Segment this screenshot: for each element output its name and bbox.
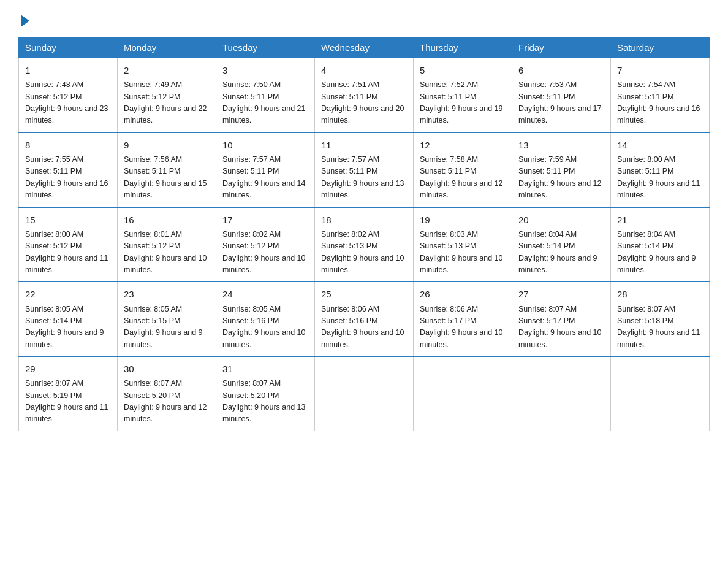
cell-info: Sunrise: 7:51 AMSunset: 5:11 PMDaylight:…: [321, 80, 404, 124]
calendar-cell: 27Sunrise: 8:07 AMSunset: 5:17 PMDayligh…: [512, 282, 611, 356]
day-number: 3: [222, 63, 308, 77]
cell-info: Sunrise: 8:07 AMSunset: 5:19 PMDaylight:…: [25, 379, 108, 423]
cell-info: Sunrise: 7:58 AMSunset: 5:11 PMDaylight:…: [420, 155, 503, 199]
calendar-cell: 12Sunrise: 7:58 AMSunset: 5:11 PMDayligh…: [414, 132, 512, 207]
calendar-cell: 30Sunrise: 8:07 AMSunset: 5:20 PMDayligh…: [118, 356, 216, 431]
calendar-cell: 14Sunrise: 8:00 AMSunset: 5:11 PMDayligh…: [611, 132, 710, 207]
calendar-table: SundayMondayTuesdayWednesdayThursdayFrid…: [18, 37, 710, 431]
header-saturday: Saturday: [611, 37, 710, 58]
calendar-cell: 21Sunrise: 8:04 AMSunset: 5:14 PMDayligh…: [611, 207, 710, 282]
day-number: 4: [321, 63, 407, 77]
calendar-cell: 16Sunrise: 8:01 AMSunset: 5:12 PMDayligh…: [118, 207, 216, 282]
cell-info: Sunrise: 8:07 AMSunset: 5:18 PMDaylight:…: [617, 305, 700, 349]
day-number: 16: [124, 213, 210, 227]
cell-info: Sunrise: 8:05 AMSunset: 5:15 PMDaylight:…: [124, 305, 203, 349]
cell-info: Sunrise: 8:00 AMSunset: 5:11 PMDaylight:…: [617, 155, 700, 199]
day-number: 21: [617, 213, 703, 227]
day-number: 7: [617, 63, 703, 77]
day-number: 20: [518, 213, 604, 227]
day-number: 22: [25, 287, 111, 301]
cell-info: Sunrise: 8:07 AMSunset: 5:17 PMDaylight:…: [518, 305, 602, 349]
header-friday: Friday: [512, 37, 611, 58]
day-number: 6: [518, 63, 604, 77]
cell-info: Sunrise: 8:06 AMSunset: 5:16 PMDaylight:…: [321, 305, 404, 349]
day-number: 28: [617, 287, 703, 301]
calendar-cell: [315, 356, 414, 431]
calendar-cell: 6Sunrise: 7:53 AMSunset: 5:11 PMDaylight…: [512, 58, 611, 132]
calendar-week-row: 15Sunrise: 8:00 AMSunset: 5:12 PMDayligh…: [19, 207, 710, 282]
day-number: 23: [124, 287, 210, 301]
calendar-week-row: 8Sunrise: 7:55 AMSunset: 5:11 PMDaylight…: [19, 132, 710, 207]
day-number: 10: [222, 138, 308, 152]
calendar-cell: 29Sunrise: 8:07 AMSunset: 5:19 PMDayligh…: [19, 356, 118, 431]
cell-info: Sunrise: 8:04 AMSunset: 5:14 PMDaylight:…: [617, 230, 696, 274]
cell-info: Sunrise: 7:54 AMSunset: 5:11 PMDaylight:…: [617, 80, 700, 124]
day-number: 17: [222, 213, 308, 227]
cell-info: Sunrise: 8:02 AMSunset: 5:13 PMDaylight:…: [321, 230, 404, 274]
calendar-cell: 1Sunrise: 7:48 AMSunset: 5:12 PMDaylight…: [19, 58, 118, 132]
calendar-cell: 2Sunrise: 7:49 AMSunset: 5:12 PMDaylight…: [118, 58, 216, 132]
day-number: 27: [518, 287, 604, 301]
cell-info: Sunrise: 7:57 AMSunset: 5:11 PMDaylight:…: [321, 155, 404, 199]
day-number: 19: [420, 213, 506, 227]
cell-info: Sunrise: 8:05 AMSunset: 5:16 PMDaylight:…: [222, 305, 306, 349]
calendar-cell: 22Sunrise: 8:05 AMSunset: 5:14 PMDayligh…: [19, 282, 118, 356]
cell-info: Sunrise: 7:57 AMSunset: 5:11 PMDaylight:…: [222, 155, 306, 199]
calendar-cell: 28Sunrise: 8:07 AMSunset: 5:18 PMDayligh…: [611, 282, 710, 356]
calendar-cell: 24Sunrise: 8:05 AMSunset: 5:16 PMDayligh…: [216, 282, 315, 356]
calendar-cell: 18Sunrise: 8:02 AMSunset: 5:13 PMDayligh…: [315, 207, 414, 282]
logo: [18, 12, 29, 27]
day-number: 14: [617, 138, 703, 152]
cell-info: Sunrise: 8:06 AMSunset: 5:17 PMDaylight:…: [420, 305, 503, 349]
cell-info: Sunrise: 7:50 AMSunset: 5:11 PMDaylight:…: [222, 80, 306, 124]
calendar-cell: 13Sunrise: 7:59 AMSunset: 5:11 PMDayligh…: [512, 132, 611, 207]
cell-info: Sunrise: 7:52 AMSunset: 5:11 PMDaylight:…: [420, 80, 503, 124]
calendar-cell: 4Sunrise: 7:51 AMSunset: 5:11 PMDaylight…: [315, 58, 414, 132]
calendar-week-row: 1Sunrise: 7:48 AMSunset: 5:12 PMDaylight…: [19, 58, 710, 132]
calendar-cell: 8Sunrise: 7:55 AMSunset: 5:11 PMDaylight…: [19, 132, 118, 207]
cell-info: Sunrise: 8:07 AMSunset: 5:20 PMDaylight:…: [124, 379, 207, 423]
calendar-cell: 19Sunrise: 8:03 AMSunset: 5:13 PMDayligh…: [414, 207, 512, 282]
day-number: 9: [124, 138, 210, 152]
cell-info: Sunrise: 7:49 AMSunset: 5:12 PMDaylight:…: [124, 80, 207, 124]
cell-info: Sunrise: 7:48 AMSunset: 5:12 PMDaylight:…: [25, 80, 108, 124]
calendar-cell: 10Sunrise: 7:57 AMSunset: 5:11 PMDayligh…: [216, 132, 315, 207]
day-number: 29: [25, 362, 111, 376]
calendar-cell: 11Sunrise: 7:57 AMSunset: 5:11 PMDayligh…: [315, 132, 414, 207]
calendar-cell: 5Sunrise: 7:52 AMSunset: 5:11 PMDaylight…: [414, 58, 512, 132]
calendar-week-row: 22Sunrise: 8:05 AMSunset: 5:14 PMDayligh…: [19, 282, 710, 356]
day-number: 13: [518, 138, 604, 152]
day-number: 12: [420, 138, 506, 152]
cell-info: Sunrise: 8:07 AMSunset: 5:20 PMDaylight:…: [222, 379, 306, 423]
day-number: 24: [222, 287, 308, 301]
cell-info: Sunrise: 8:02 AMSunset: 5:12 PMDaylight:…: [222, 230, 306, 274]
cell-info: Sunrise: 7:55 AMSunset: 5:11 PMDaylight:…: [25, 155, 108, 199]
calendar-cell: [611, 356, 710, 431]
day-number: 31: [222, 362, 308, 376]
cell-info: Sunrise: 8:03 AMSunset: 5:13 PMDaylight:…: [420, 230, 503, 274]
cell-info: Sunrise: 8:05 AMSunset: 5:14 PMDaylight:…: [25, 305, 104, 349]
day-number: 2: [124, 63, 210, 77]
cell-info: Sunrise: 8:00 AMSunset: 5:12 PMDaylight:…: [25, 230, 108, 274]
cell-info: Sunrise: 8:01 AMSunset: 5:12 PMDaylight:…: [124, 230, 207, 274]
day-number: 1: [25, 63, 111, 77]
calendar-cell: 23Sunrise: 8:05 AMSunset: 5:15 PMDayligh…: [118, 282, 216, 356]
day-number: 18: [321, 213, 407, 227]
header-sunday: Sunday: [19, 37, 118, 58]
day-number: 11: [321, 138, 407, 152]
calendar-cell: 9Sunrise: 7:56 AMSunset: 5:11 PMDaylight…: [118, 132, 216, 207]
calendar-header-row: SundayMondayTuesdayWednesdayThursdayFrid…: [19, 37, 710, 58]
calendar-week-row: 29Sunrise: 8:07 AMSunset: 5:19 PMDayligh…: [19, 356, 710, 431]
page-header: [18, 12, 710, 27]
header-wednesday: Wednesday: [315, 37, 414, 58]
calendar-cell: 20Sunrise: 8:04 AMSunset: 5:14 PMDayligh…: [512, 207, 611, 282]
cell-info: Sunrise: 7:53 AMSunset: 5:11 PMDaylight:…: [518, 80, 602, 124]
logo-arrow-icon: [21, 15, 29, 27]
calendar-cell: 7Sunrise: 7:54 AMSunset: 5:11 PMDaylight…: [611, 58, 710, 132]
calendar-cell: 26Sunrise: 8:06 AMSunset: 5:17 PMDayligh…: [414, 282, 512, 356]
header-tuesday: Tuesday: [216, 37, 315, 58]
cell-info: Sunrise: 7:56 AMSunset: 5:11 PMDaylight:…: [124, 155, 207, 199]
calendar-cell: 15Sunrise: 8:00 AMSunset: 5:12 PMDayligh…: [19, 207, 118, 282]
cell-info: Sunrise: 7:59 AMSunset: 5:11 PMDaylight:…: [518, 155, 602, 199]
day-number: 26: [420, 287, 506, 301]
